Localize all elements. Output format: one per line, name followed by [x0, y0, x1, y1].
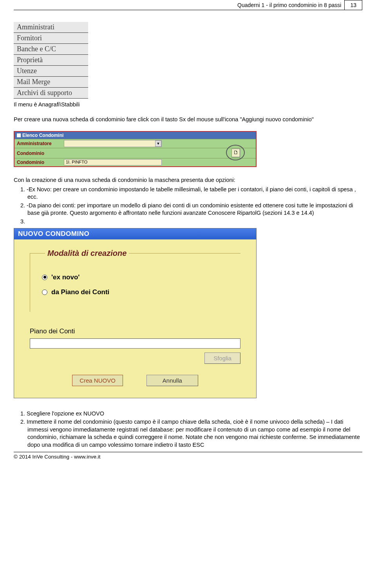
menu-caption: Il menu è Anagrafi\Stabbili — [14, 101, 362, 109]
annulla-button[interactable]: Annulla — [146, 375, 198, 386]
window-icon — [17, 133, 21, 137]
img1-label-condominio: Condominio — [17, 151, 60, 156]
page-header: Quaderni 1 - il primo condominio in 8 pa… — [14, 0, 362, 10]
intro-paragraph: Per creare una nuova scheda di condomini… — [14, 116, 362, 124]
option-2: 2. -Da piano dei conti: per importare un… — [14, 202, 362, 217]
dropdown-arrow-icon: ▼ — [155, 140, 161, 147]
option-1: 1. -Ex Novo: per creare un condominio im… — [14, 186, 362, 201]
img1-title-text: Elenco Condomini — [22, 133, 63, 138]
menu-item-proprieta[interactable]: Proprietà — [14, 55, 88, 66]
crea-nuovo-button[interactable]: Crea NUOVO — [72, 375, 123, 386]
radio-exnovo[interactable] — [42, 275, 47, 280]
radio-row-exnovo[interactable]: 'ex novo' — [42, 273, 240, 281]
menu-item-fornitori[interactable]: Fornitori — [14, 33, 88, 44]
piano-conti-label: Piano dei Conti — [30, 327, 240, 335]
dialog-nuovo-condomino: NUOVO CONDOMINO Modalità di creazione 'e… — [14, 228, 257, 398]
img1-label-amministratore: Amministratore — [17, 141, 60, 146]
menu-item-mailmerge[interactable]: Mail Merge — [14, 77, 88, 88]
img1-titlebar: Elenco Condomini — [14, 132, 256, 139]
radio-pianoconti[interactable] — [42, 290, 47, 295]
menu-list: Amministrati Fornitori Banche e C/C Prop… — [14, 22, 88, 99]
fieldset-modalita: Modalità di creazione 'ex novo' da Piano… — [30, 253, 240, 312]
dialog-title: NUOVO CONDOMINO — [14, 228, 256, 239]
step-1: 1. Scegliere l'opzione ex NUOVO — [14, 410, 362, 418]
radio-exnovo-label: 'ex novo' — [51, 273, 80, 281]
img1-label-condominio2: Condominio — [17, 160, 60, 165]
menu-item-archivi[interactable]: Archivi di supporto — [14, 88, 88, 99]
screenshot-elenco-condomini: Elenco Condomini Amministratore ▼ Condom… — [14, 131, 257, 167]
highlight-circle — [226, 145, 245, 160]
menu-item-amministrati[interactable]: Amministrati — [14, 22, 88, 33]
piano-conti-input[interactable] — [30, 338, 240, 349]
menu-item-banche[interactable]: Banche e C/C — [14, 44, 88, 55]
img1-value-condominio[interactable]: 1I. PINFTO — [64, 159, 162, 165]
radio-pianoconti-label: da Piano dei Conti — [51, 288, 109, 296]
header-page-number: 13 — [344, 0, 362, 10]
radio-row-pianoconti[interactable]: da Piano dei Conti — [42, 288, 240, 296]
sfoglia-button[interactable]: Sfoglia — [204, 352, 240, 364]
footer: © 2014 InVe Consulting - www.inve.it — [14, 452, 362, 461]
menu-item-utenze[interactable]: Utenze — [14, 66, 88, 77]
step-2: 2. Immettere il nome del condominio (que… — [14, 418, 362, 449]
option-3: 3. — [14, 218, 362, 226]
footer-copyright: © 2014 InVe Consulting - www.inve.it — [14, 454, 101, 460]
header-title: Quaderni 1 - il primo condominio in 8 pa… — [237, 1, 344, 9]
img1-dropdown-amministratore[interactable]: ▼ — [64, 140, 162, 147]
after-img1-text: Con la creazione di una nuova scheda di … — [14, 176, 362, 184]
fieldset-legend: Modalità di creazione — [45, 249, 129, 258]
